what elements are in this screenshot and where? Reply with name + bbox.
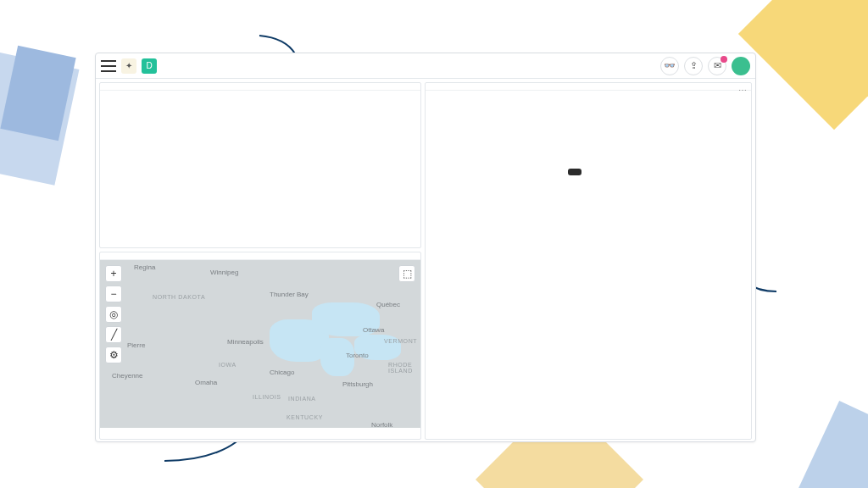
heatmap-chart <box>100 91 420 96</box>
panel-sankey-title <box>426 83 751 91</box>
app-logo-icon[interactable]: ✦ <box>121 58 136 74</box>
panel-heatmap-title <box>100 83 420 91</box>
map-controls: + − ◎ ╱ ⚙ <box>105 265 122 363</box>
map-fullscreen-button[interactable]: ⬚ <box>398 265 415 282</box>
dashboard-window: ✦ D 👓 ⇪ ✉ <box>95 53 756 442</box>
map-zoom-out-button[interactable]: − <box>105 286 122 302</box>
sankey-chart <box>426 91 751 428</box>
decor-blue-diamond <box>789 401 868 488</box>
sankey-tooltip <box>568 169 581 175</box>
panel-map-title <box>100 252 420 260</box>
user-avatar[interactable] <box>732 57 750 75</box>
decor-yellow-diamond <box>738 0 868 130</box>
panel-map: Regina Winnipeg Thunder Bay Québec Ottaw… <box>99 252 421 440</box>
map-locate-button[interactable]: ◎ <box>105 306 122 323</box>
map-zoom-in-button[interactable]: + <box>105 265 122 282</box>
top-bar: ✦ D 👓 ⇪ ✉ <box>96 53 755 79</box>
notifications-icon[interactable]: ✉ <box>708 57 726 75</box>
share-icon[interactable]: ⇪ <box>684 57 703 75</box>
panel-sankey: ⋯ <box>425 82 752 440</box>
map-layers-button[interactable]: ⚙ <box>105 347 122 363</box>
panel-heatmap <box>99 82 421 248</box>
map-measure-button[interactable]: ╱ <box>105 326 122 343</box>
space-tile-icon[interactable]: D <box>142 58 157 74</box>
menu-icon[interactable] <box>101 60 116 72</box>
glasses-icon[interactable]: 👓 <box>660 57 679 75</box>
geo-map[interactable]: Regina Winnipeg Thunder Bay Québec Ottaw… <box>100 260 420 428</box>
